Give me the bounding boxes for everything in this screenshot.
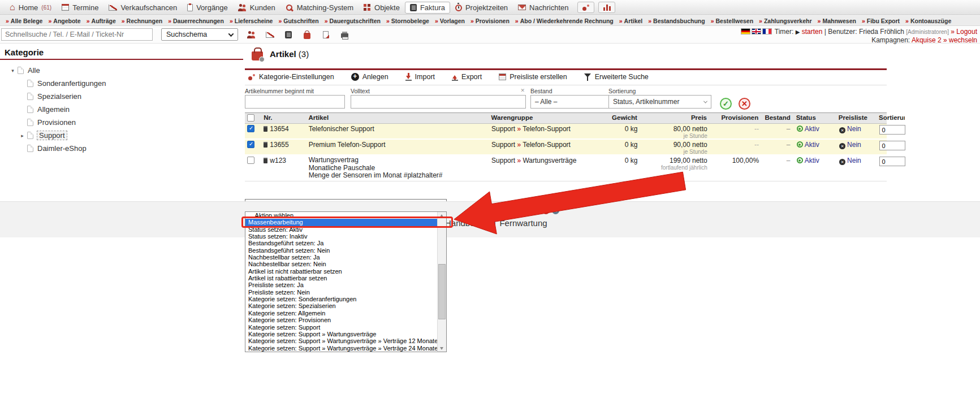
- facebook-icon[interactable]: [523, 207, 530, 214]
- table-row[interactable]: 13655 Premium Telefon-Support Support » …: [245, 140, 887, 155]
- subnav-item[interactable]: »Angebote: [45, 18, 83, 24]
- print-button[interactable]: [338, 28, 351, 41]
- fulltext-input[interactable]: [351, 95, 526, 109]
- action-option[interactable]: Kategorie setzen: Spezialserien: [245, 302, 437, 309]
- nav-item-objekte[interactable]: Objekte: [359, 2, 405, 14]
- subnav-item[interactable]: »Bestandsbuchung: [645, 18, 707, 24]
- action-option[interactable]: ... Aktion wählen: [245, 212, 437, 219]
- sort-order-input[interactable]: [879, 157, 905, 166]
- nav-item-faktura-active[interactable]: Faktura: [405, 2, 450, 14]
- row-checkbox-checked[interactable]: [247, 141, 254, 148]
- play-icon[interactable]: ▶: [796, 29, 800, 35]
- sort-order-input[interactable]: [879, 141, 905, 150]
- tree-item-spezialserien[interactable]: Spezialserien: [0, 90, 243, 103]
- column-header-provisionen[interactable]: Provisionen: [711, 113, 761, 122]
- action-option[interactable]: Kategorie setzen: Sonderanfertigungen: [245, 296, 437, 302]
- row-checkbox-checked[interactable]: [247, 125, 254, 132]
- action-option[interactable]: Artikel ist rabattierbar setzen: [245, 275, 437, 282]
- column-header-preisliste[interactable]: Preisliste: [836, 113, 875, 122]
- subnav-item[interactable]: »Fibu Export: [859, 18, 903, 24]
- ledger-button[interactable]: [282, 28, 295, 41]
- article-button[interactable]: [300, 28, 314, 41]
- nav-item-projektzeiten[interactable]: Projektzeiten: [450, 2, 513, 14]
- sort-order-input[interactable]: [879, 125, 905, 135]
- create-button[interactable]: Anlegen: [351, 73, 388, 81]
- timer-start-link[interactable]: starten: [802, 28, 823, 36]
- subnav-item[interactable]: »Vorlagen: [432, 18, 468, 24]
- british-flag-icon[interactable]: [752, 28, 761, 34]
- action-option[interactable]: Nachbestellbar setzen: Nein: [245, 261, 437, 267]
- scrollbar-thumb[interactable]: [438, 264, 446, 319]
- column-header-gewicht[interactable]: Gewicht: [595, 113, 640, 122]
- document-button[interactable]: [319, 28, 333, 41]
- tree-item-alle[interactable]: ▾Alle: [0, 64, 243, 77]
- nav-item-nachrichten[interactable]: Nachrichten: [513, 2, 573, 14]
- create-pricelist-button[interactable]: Preisliste erstellen: [499, 73, 567, 81]
- import-button[interactable]: Import: [405, 73, 435, 81]
- action-option[interactable]: Kategorie setzen: Support » Wartungsvert…: [245, 345, 437, 352]
- scroll-up-icon[interactable]: [438, 212, 446, 219]
- youtube-icon[interactable]: [542, 207, 550, 214]
- subnav-item[interactable]: »Dauerrechnungen: [165, 18, 227, 24]
- action-option[interactable]: Status setzen: Aktiv: [245, 226, 437, 233]
- subnav-item[interactable]: »Dauergutschriften: [322, 18, 383, 24]
- column-header-preis[interactable]: Preis: [641, 113, 709, 122]
- caret-expanded-icon[interactable]: ▾: [9, 68, 16, 73]
- manual-link[interactable]: Handbuch: [445, 218, 483, 228]
- sales-chart-button[interactable]: [263, 28, 277, 41]
- subnav-item[interactable]: »Kontoauszüge: [903, 18, 954, 24]
- action-option[interactable]: Kategorie setzen: Provisionen: [245, 317, 437, 323]
- action-option[interactable]: Nachbestellbar setzen: Ja: [245, 254, 437, 261]
- action-option[interactable]: Kategorie setzen: Allgemein: [245, 310, 437, 317]
- export-button[interactable]: Export: [452, 73, 482, 81]
- scroll-down-icon[interactable]: [438, 344, 446, 352]
- subnav-item[interactable]: »Aufträge: [84, 18, 119, 24]
- table-row[interactable]: 13654 Telefonischer Support Support » Te…: [245, 124, 887, 140]
- subnav-item[interactable]: »Lieferscheine: [227, 18, 276, 24]
- twitter-icon[interactable]: [533, 207, 540, 214]
- nav-item-verkaufschancen[interactable]: Verkaufschancen: [103, 2, 182, 14]
- remote-support-link[interactable]: Fernwartung: [499, 218, 547, 228]
- tree-item-allgemein[interactable]: Allgemein: [0, 103, 243, 116]
- articlenumber-input[interactable]: [245, 95, 345, 109]
- statistics-button[interactable]: [598, 2, 615, 13]
- action-option[interactable]: Kategorie setzen: Support: [245, 324, 437, 331]
- tree-item-daimler-eshop[interactable]: Daimler-eShop: [0, 142, 243, 155]
- row-checkbox-unchecked[interactable]: [247, 157, 254, 164]
- sort-select[interactable]: Status, Artikelnummer: [608, 95, 711, 109]
- quick-search-input[interactable]: [1, 28, 153, 41]
- subnav-item[interactable]: »Alle Belege: [3, 18, 45, 24]
- contacts-button[interactable]: [244, 28, 258, 41]
- subnav-item[interactable]: »Mahnwesen: [815, 18, 859, 24]
- german-flag-icon[interactable]: [741, 28, 750, 34]
- column-header-warengruppe[interactable]: Warengruppe: [489, 113, 594, 122]
- action-option[interactable]: Bestandsgeführt setzen: Nein: [245, 247, 437, 254]
- subnav-item[interactable]: »Artikel: [616, 18, 646, 24]
- action-option[interactable]: Artikel ist nicht rabattierbar setzen: [245, 268, 437, 275]
- analytics-dots-button[interactable]: [577, 2, 594, 13]
- tree-item-provisionen[interactable]: Provisionen: [0, 116, 243, 129]
- advanced-search-button[interactable]: Erweiterte Suche: [584, 73, 649, 81]
- apply-filter-button[interactable]: ✓: [720, 98, 732, 110]
- subnav-item[interactable]: »Zahlungsverkehr: [756, 18, 814, 24]
- subnav-item[interactable]: »Gutschriften: [275, 18, 321, 24]
- nav-item-vorgaenge[interactable]: Vorgänge: [182, 2, 233, 14]
- nav-item-termine[interactable]: Termine: [57, 2, 103, 14]
- logout-link[interactable]: Logout: [956, 28, 977, 36]
- french-flag-icon[interactable]: [762, 28, 772, 34]
- subnav-item[interactable]: »Abo / Wiederkehrende Rechnung: [512, 18, 616, 24]
- table-row[interactable]: w123 WartungsvertragMonatliche Pauschale…: [245, 155, 887, 181]
- search-schema-select[interactable]: Suchschema: [161, 28, 238, 41]
- clear-icon[interactable]: ✕: [520, 88, 525, 93]
- tree-item-support-selected[interactable]: ▸Support: [0, 129, 243, 142]
- nav-item-matching-system[interactable]: Matching-System: [280, 2, 359, 14]
- reset-filter-button[interactable]: ✕: [739, 98, 750, 110]
- action-option[interactable]: Preisliste setzen: Ja: [245, 282, 437, 288]
- nav-item-home[interactable]: Home(61): [5, 2, 57, 14]
- nav-item-kunden[interactable]: Kunden: [233, 2, 280, 14]
- campaign-switch-link[interactable]: wechseln: [949, 36, 977, 44]
- action-option[interactable]: Preisliste setzen: Nein: [245, 289, 437, 296]
- column-header-bestand[interactable]: Bestand: [762, 113, 792, 122]
- caret-collapsed-icon[interactable]: ▸: [19, 133, 26, 138]
- dropdown-scrollbar[interactable]: [437, 212, 446, 352]
